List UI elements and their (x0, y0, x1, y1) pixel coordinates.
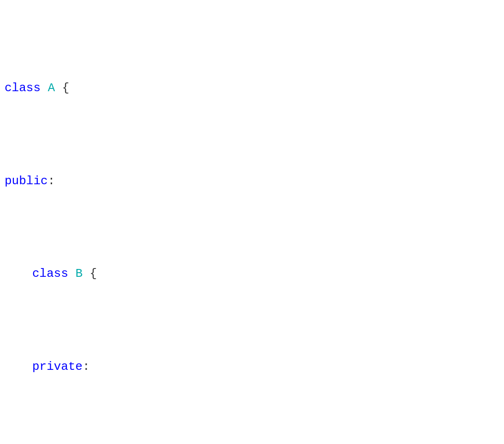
keyword-public: public (5, 174, 48, 188)
line-private-b: private: (5, 357, 504, 376)
keyword-class-b: class (32, 267, 68, 280)
line-class-a: class A { (5, 79, 504, 97)
line-public: public: (5, 172, 504, 190)
keyword-private-b: private (32, 360, 82, 374)
code-block: class A { public: class B { private: int… (5, 5, 504, 444)
keyword-class: class (5, 81, 41, 95)
classname-A: A (48, 81, 55, 95)
line-class-b: class B { (5, 264, 504, 283)
classname-B: B (76, 267, 83, 280)
